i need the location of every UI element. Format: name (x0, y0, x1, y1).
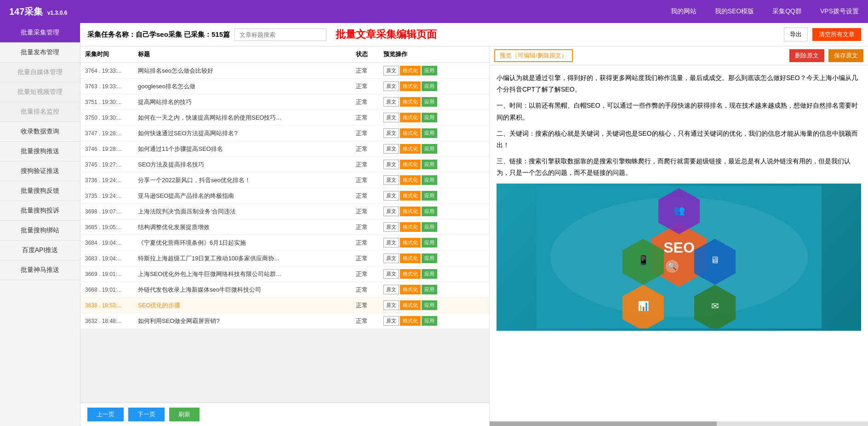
btn-apply[interactable]: 应用 (422, 113, 437, 122)
btn-orig[interactable]: 原文 (383, 191, 399, 201)
table-row[interactable]: 3747 . 19:28:... 如何快速通过SEO方法提高网站排名? 正常 原… (80, 126, 489, 141)
btn-apply[interactable]: 应用 (422, 81, 437, 91)
btn-format[interactable]: 格式化 (400, 285, 421, 294)
sidebar-item-shenmapush[interactable]: 批量神马推送 (0, 260, 80, 280)
btn-orig[interactable]: 原文 (383, 175, 399, 185)
btn-apply[interactable]: 应用 (422, 316, 437, 326)
table-row[interactable]: 3698 . 19:07:... 上海法院判决'负面压制业务'合同违法 正常 原… (80, 204, 489, 219)
save-orig-button[interactable]: 保存原文 (828, 49, 863, 62)
search-input[interactable] (234, 29, 326, 41)
sidebar-item-sougou-bind[interactable]: 批量搜狗绑站 (0, 221, 80, 241)
btn-orig[interactable]: 原文 (383, 128, 399, 138)
sidebar-item-record-query[interactable]: 收录数据查询 (0, 122, 80, 142)
table-row[interactable]: 3683 . 19:04:... 特斯拉上海超级工厂19日复工推动100多家供应… (80, 251, 489, 266)
btn-orig[interactable]: 原文 (383, 316, 399, 326)
btn-format[interactable]: 格式化 (400, 128, 421, 138)
btn-orig[interactable]: 原文 (383, 222, 399, 232)
clear-all-button[interactable]: 清空所有文章 (812, 28, 861, 41)
nav-seo-template[interactable]: 我的SEO模版 (715, 7, 754, 16)
btn-apply[interactable]: 应用 (422, 238, 437, 248)
preview-scrollbar[interactable] (490, 421, 868, 426)
table-row[interactable]: 3750 . 19:30:... 如何在一天之内，快速提高网站排名的使用SEO技… (80, 110, 489, 126)
prev-page-button[interactable]: 上一页 (87, 408, 124, 421)
next-page-button[interactable]: 下一页 (128, 408, 165, 421)
btn-apply[interactable]: 应用 (422, 222, 437, 232)
table-row[interactable]: 3764 . 19:33:... 网站排名seo怎么做会比较好 正常 原文 格式… (80, 63, 489, 79)
header: 147采集 v1.3.0.6 我的网站 我的SEO模版 采集QQ群 VPS拨号设… (0, 0, 868, 23)
table-row[interactable]: 3684 . 19:04:... 《宁夏优化营商环境条例》6月1日起实施 正常 … (80, 235, 489, 251)
btn-format[interactable]: 格式化 (400, 191, 421, 201)
table-row[interactable]: 3632 . 18:48:... 如何利用SEO做全网霸屏营销? 正常 原文 格… (80, 313, 489, 329)
btn-apply[interactable]: 应用 (422, 191, 437, 201)
btn-orig[interactable]: 原文 (383, 113, 399, 122)
row-title: 如何在一天之内，快速提高网站排名的使用SEO技巧... (138, 114, 356, 122)
btn-apply[interactable]: 应用 (422, 175, 437, 185)
btn-orig[interactable]: 原文 (383, 144, 399, 154)
sidebar-item-publish[interactable]: 批量发布管理 (0, 43, 80, 63)
nav-qq-group[interactable]: 采集QQ群 (772, 7, 802, 16)
row-actions: 原文 格式化 应用 (383, 285, 485, 294)
btn-orig[interactable]: 原文 (383, 66, 399, 75)
table-row[interactable]: 3736 . 19:24:... 分享一个2022新风口，抖音seo优化排名！ … (80, 173, 489, 188)
sidebar-item-collect[interactable]: 批量采集管理 (0, 23, 80, 43)
sidebar-item-sougou-push[interactable]: 批量搜狗推送 (0, 142, 80, 161)
sidebar-item-sougou-verify[interactable]: 搜狗验证推送 (0, 161, 80, 181)
row-actions: 原文 格式化 应用 (383, 66, 485, 75)
btn-apply[interactable]: 应用 (422, 300, 437, 310)
nav-mysite[interactable]: 我的网站 (671, 7, 697, 16)
table-row[interactable]: 3763 . 19:33:... googleseo排名怎么做 正常 原文 格式… (80, 79, 489, 94)
table-row[interactable]: 3638 . 18:53:... SEO优化的步骤 正常 原文 格式化 应用 (80, 298, 489, 313)
row-title: 上海SEO优化外包上海牛巨微网络科技有限公司站群... (138, 270, 356, 278)
sidebar-item-sougou-complaint[interactable]: 批量搜狗投诉 (0, 201, 80, 221)
preview-content[interactable]: 小编认为就是通过引擎，得到好的，获得更多网站度我们称作流量，最后成成交。那么到底… (490, 65, 868, 421)
btn-orig[interactable]: 原文 (383, 269, 399, 279)
preview-scrollbar-thumb[interactable] (490, 421, 717, 426)
btn-format[interactable]: 格式化 (400, 269, 421, 279)
btn-format[interactable]: 格式化 (400, 175, 421, 185)
btn-format[interactable]: 格式化 (400, 66, 421, 75)
btn-apply[interactable]: 应用 (422, 285, 437, 294)
btn-orig[interactable]: 原文 (383, 160, 399, 169)
table-row[interactable]: 3685 . 19:05:... 结构调整优化发展提质增效 正常 原文 格式化 … (80, 219, 489, 235)
table-row[interactable]: 3751 . 19:30:... 提高网站排名的技巧 正常 原文 格式化 应用 (80, 94, 489, 110)
btn-format[interactable]: 格式化 (400, 300, 421, 310)
nav-vps[interactable]: VPS拨号设置 (820, 7, 859, 16)
btn-orig[interactable]: 原文 (383, 300, 399, 310)
btn-apply[interactable]: 应用 (422, 128, 437, 138)
btn-format[interactable]: 格式化 (400, 97, 421, 107)
btn-format[interactable]: 格式化 (400, 222, 421, 232)
preview-label[interactable]: 预览（可编辑/删除原文） (494, 49, 573, 62)
refresh-button[interactable]: 刷新 (169, 408, 200, 421)
row-actions: 原文 格式化 应用 (383, 160, 485, 169)
btn-apply[interactable]: 应用 (422, 253, 437, 263)
btn-apply[interactable]: 应用 (422, 144, 437, 154)
btn-orig[interactable]: 原文 (383, 253, 399, 263)
table-row[interactable]: 3735 . 19:24:... 亚马逊SEO提高产品排名的终极指南 正常 原文… (80, 188, 489, 204)
btn-format[interactable]: 格式化 (400, 113, 421, 122)
btn-format[interactable]: 格式化 (400, 253, 421, 263)
delete-orig-button[interactable]: 删除原文 (789, 49, 824, 62)
table-row[interactable]: 3669 . 19:01:... 上海SEO优化外包上海牛巨微网络科技有限公司站… (80, 266, 489, 282)
btn-format[interactable]: 格式化 (400, 160, 421, 169)
table-row[interactable]: 3746 . 19:28:... 如何通过11个步骤提高SEO排名 正常 原文 … (80, 141, 489, 157)
btn-format[interactable]: 格式化 (400, 207, 421, 216)
btn-apply[interactable]: 应用 (422, 207, 437, 216)
btn-format[interactable]: 格式化 (400, 144, 421, 154)
btn-orig[interactable]: 原文 (383, 81, 399, 91)
btn-format[interactable]: 格式化 (400, 238, 421, 248)
sidebar-item-baidu-api[interactable]: 百度API推送 (0, 241, 80, 260)
btn-orig[interactable]: 原文 (383, 238, 399, 248)
btn-format[interactable]: 格式化 (400, 316, 421, 326)
btn-orig[interactable]: 原文 (383, 97, 399, 107)
export-button[interactable]: 导出 (784, 28, 808, 41)
btn-orig[interactable]: 原文 (383, 285, 399, 294)
btn-apply[interactable]: 应用 (422, 269, 437, 279)
table-row[interactable]: 3668 . 19:01:... 外链代发包收录上海新媒体seo牛巨微科技公司 … (80, 282, 489, 298)
btn-orig[interactable]: 原文 (383, 207, 399, 216)
btn-apply[interactable]: 应用 (422, 66, 437, 75)
table-row[interactable]: 3745 . 19:27:... SEO方法及提高排名技巧 正常 原文 格式化 … (80, 157, 489, 173)
btn-format[interactable]: 格式化 (400, 81, 421, 91)
btn-apply[interactable]: 应用 (422, 97, 437, 107)
sidebar-item-sougou-feedback[interactable]: 批量搜狗反馈 (0, 181, 80, 201)
btn-apply[interactable]: 应用 (422, 160, 437, 169)
